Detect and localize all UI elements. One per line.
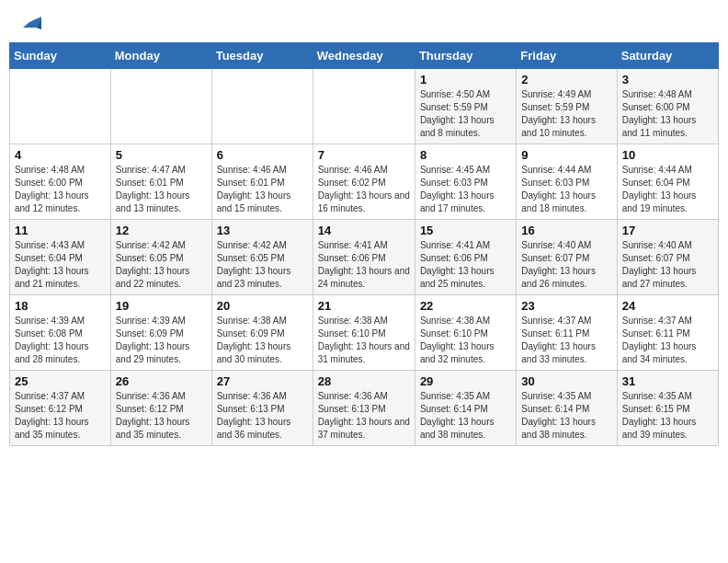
- day-number: 20: [217, 299, 308, 313]
- weekday-header-saturday: Saturday: [617, 43, 718, 69]
- day-info: Sunrise: 4:46 AM Sunset: 6:01 PM Dayligh…: [217, 164, 308, 215]
- calendar-cell: 17Sunrise: 4:40 AM Sunset: 6:07 PM Dayli…: [617, 220, 718, 295]
- day-number: 12: [116, 224, 207, 237]
- day-number: 1: [420, 73, 511, 86]
- day-info: Sunrise: 4:38 AM Sunset: 6:10 PM Dayligh…: [420, 315, 511, 366]
- day-number: 31: [622, 374, 713, 388]
- calendar-cell: 7Sunrise: 4:46 AM Sunset: 6:02 PM Daylig…: [313, 144, 415, 220]
- day-info: Sunrise: 4:37 AM Sunset: 6:11 PM Dayligh…: [622, 315, 713, 366]
- calendar-cell: 2Sunrise: 4:49 AM Sunset: 5:59 PM Daylig…: [517, 69, 617, 144]
- day-number: 27: [217, 374, 308, 388]
- day-info: Sunrise: 4:38 AM Sunset: 6:09 PM Dayligh…: [217, 315, 308, 366]
- day-info: Sunrise: 4:39 AM Sunset: 6:08 PM Dayligh…: [15, 315, 106, 366]
- calendar-cell: 6Sunrise: 4:46 AM Sunset: 6:01 PM Daylig…: [211, 144, 313, 220]
- calendar-cell: 11Sunrise: 4:43 AM Sunset: 6:04 PM Dayli…: [10, 220, 111, 295]
- day-info: Sunrise: 4:43 AM Sunset: 6:04 PM Dayligh…: [15, 239, 106, 291]
- calendar-cell: 1Sunrise: 4:50 AM Sunset: 5:59 PM Daylig…: [415, 69, 516, 144]
- calendar-cell: 23Sunrise: 4:37 AM Sunset: 6:11 PM Dayli…: [517, 295, 617, 371]
- calendar-cell: 5Sunrise: 4:47 AM Sunset: 6:01 PM Daylig…: [110, 144, 211, 220]
- logo: [13, 9, 43, 35]
- calendar-cell: 28Sunrise: 4:36 AM Sunset: 6:13 PM Dayli…: [313, 371, 415, 446]
- page-header: [9, 9, 719, 35]
- day-info: Sunrise: 4:45 AM Sunset: 6:03 PM Dayligh…: [420, 164, 511, 215]
- day-number: 26: [116, 374, 207, 388]
- day-info: Sunrise: 4:37 AM Sunset: 6:12 PM Dayligh…: [15, 390, 106, 442]
- calendar-cell: 24Sunrise: 4:37 AM Sunset: 6:11 PM Dayli…: [617, 295, 718, 371]
- day-info: Sunrise: 4:37 AM Sunset: 6:11 PM Dayligh…: [521, 315, 611, 366]
- calendar-cell: 19Sunrise: 4:39 AM Sunset: 6:09 PM Dayli…: [110, 295, 211, 371]
- calendar-cell: 31Sunrise: 4:35 AM Sunset: 6:15 PM Dayli…: [617, 371, 718, 446]
- day-number: 25: [15, 374, 106, 388]
- day-info: Sunrise: 4:48 AM Sunset: 6:00 PM Dayligh…: [15, 164, 106, 215]
- calendar-cell: 4Sunrise: 4:48 AM Sunset: 6:00 PM Daylig…: [10, 144, 111, 220]
- calendar-cell: 14Sunrise: 4:41 AM Sunset: 6:06 PM Dayli…: [313, 220, 415, 295]
- day-number: 8: [420, 148, 511, 162]
- day-info: Sunrise: 4:41 AM Sunset: 6:06 PM Dayligh…: [420, 239, 511, 291]
- day-number: 28: [318, 374, 410, 388]
- day-number: 6: [217, 148, 308, 162]
- calendar-cell: 13Sunrise: 4:42 AM Sunset: 6:05 PM Dayli…: [211, 220, 313, 295]
- day-info: Sunrise: 4:39 AM Sunset: 6:09 PM Dayligh…: [116, 315, 207, 366]
- day-number: 18: [15, 299, 106, 313]
- day-info: Sunrise: 4:42 AM Sunset: 6:05 PM Dayligh…: [217, 239, 308, 291]
- day-info: Sunrise: 4:35 AM Sunset: 6:14 PM Dayligh…: [521, 390, 611, 442]
- day-info: Sunrise: 4:41 AM Sunset: 6:06 PM Dayligh…: [318, 239, 410, 291]
- logo-icon: [16, 9, 43, 35]
- day-number: 15: [420, 224, 511, 237]
- weekday-header-thursday: Thursday: [415, 43, 516, 69]
- day-number: 30: [521, 374, 611, 388]
- weekday-header-monday: Monday: [110, 43, 211, 69]
- calendar-cell: 22Sunrise: 4:38 AM Sunset: 6:10 PM Dayli…: [415, 295, 516, 371]
- day-number: 3: [622, 73, 713, 86]
- day-info: Sunrise: 4:50 AM Sunset: 5:59 PM Dayligh…: [420, 88, 511, 140]
- day-number: 9: [521, 148, 611, 162]
- weekday-header-tuesday: Tuesday: [211, 43, 313, 69]
- day-info: Sunrise: 4:48 AM Sunset: 6:00 PM Dayligh…: [622, 88, 713, 140]
- day-number: 7: [318, 148, 410, 162]
- day-info: Sunrise: 4:42 AM Sunset: 6:05 PM Dayligh…: [116, 239, 207, 291]
- day-number: 14: [318, 224, 410, 237]
- day-info: Sunrise: 4:36 AM Sunset: 6:13 PM Dayligh…: [217, 390, 308, 442]
- week-row-1: 1Sunrise: 4:50 AM Sunset: 5:59 PM Daylig…: [10, 69, 719, 144]
- day-info: Sunrise: 4:49 AM Sunset: 5:59 PM Dayligh…: [521, 88, 611, 140]
- day-number: 29: [420, 374, 511, 388]
- day-info: Sunrise: 4:35 AM Sunset: 6:14 PM Dayligh…: [420, 390, 511, 442]
- calendar-cell: 20Sunrise: 4:38 AM Sunset: 6:09 PM Dayli…: [211, 295, 313, 371]
- day-info: Sunrise: 4:40 AM Sunset: 6:07 PM Dayligh…: [622, 239, 713, 291]
- calendar-cell: 9Sunrise: 4:44 AM Sunset: 6:03 PM Daylig…: [517, 144, 617, 220]
- calendar-table: SundayMondayTuesdayWednesdayThursdayFrid…: [9, 42, 719, 446]
- calendar-cell: 30Sunrise: 4:35 AM Sunset: 6:14 PM Dayli…: [517, 371, 617, 446]
- day-number: 17: [622, 224, 713, 237]
- day-number: 10: [622, 148, 713, 162]
- weekday-header-wednesday: Wednesday: [313, 43, 415, 69]
- week-row-2: 4Sunrise: 4:48 AM Sunset: 6:00 PM Daylig…: [10, 144, 719, 220]
- day-number: 16: [521, 224, 611, 237]
- week-row-4: 18Sunrise: 4:39 AM Sunset: 6:08 PM Dayli…: [10, 295, 719, 371]
- week-row-3: 11Sunrise: 4:43 AM Sunset: 6:04 PM Dayli…: [10, 220, 719, 295]
- day-number: 2: [521, 73, 611, 86]
- calendar-cell: [313, 69, 415, 144]
- day-info: Sunrise: 4:38 AM Sunset: 6:10 PM Dayligh…: [318, 315, 410, 366]
- weekday-header-friday: Friday: [517, 43, 617, 69]
- day-info: Sunrise: 4:44 AM Sunset: 6:04 PM Dayligh…: [622, 164, 713, 215]
- day-info: Sunrise: 4:44 AM Sunset: 6:03 PM Dayligh…: [521, 164, 611, 215]
- calendar-cell: 3Sunrise: 4:48 AM Sunset: 6:00 PM Daylig…: [617, 69, 718, 144]
- day-info: Sunrise: 4:40 AM Sunset: 6:07 PM Dayligh…: [521, 239, 611, 291]
- day-info: Sunrise: 4:35 AM Sunset: 6:15 PM Dayligh…: [622, 390, 713, 442]
- day-number: 4: [15, 148, 106, 162]
- day-number: 19: [116, 299, 207, 313]
- calendar-cell: 8Sunrise: 4:45 AM Sunset: 6:03 PM Daylig…: [415, 144, 516, 220]
- calendar-cell: [10, 69, 111, 144]
- day-number: 11: [15, 224, 106, 237]
- day-info: Sunrise: 4:36 AM Sunset: 6:13 PM Dayligh…: [318, 390, 410, 442]
- calendar-cell: [211, 69, 313, 144]
- calendar-cell: 25Sunrise: 4:37 AM Sunset: 6:12 PM Dayli…: [10, 371, 111, 446]
- weekday-header-row: SundayMondayTuesdayWednesdayThursdayFrid…: [10, 43, 719, 69]
- day-number: 21: [318, 299, 410, 313]
- week-row-5: 25Sunrise: 4:37 AM Sunset: 6:12 PM Dayli…: [10, 371, 719, 446]
- calendar-cell: 12Sunrise: 4:42 AM Sunset: 6:05 PM Dayli…: [110, 220, 211, 295]
- calendar-cell: 29Sunrise: 4:35 AM Sunset: 6:14 PM Dayli…: [415, 371, 516, 446]
- day-info: Sunrise: 4:36 AM Sunset: 6:12 PM Dayligh…: [116, 390, 207, 442]
- calendar-cell: 16Sunrise: 4:40 AM Sunset: 6:07 PM Dayli…: [517, 220, 617, 295]
- calendar-cell: 10Sunrise: 4:44 AM Sunset: 6:04 PM Dayli…: [617, 144, 718, 220]
